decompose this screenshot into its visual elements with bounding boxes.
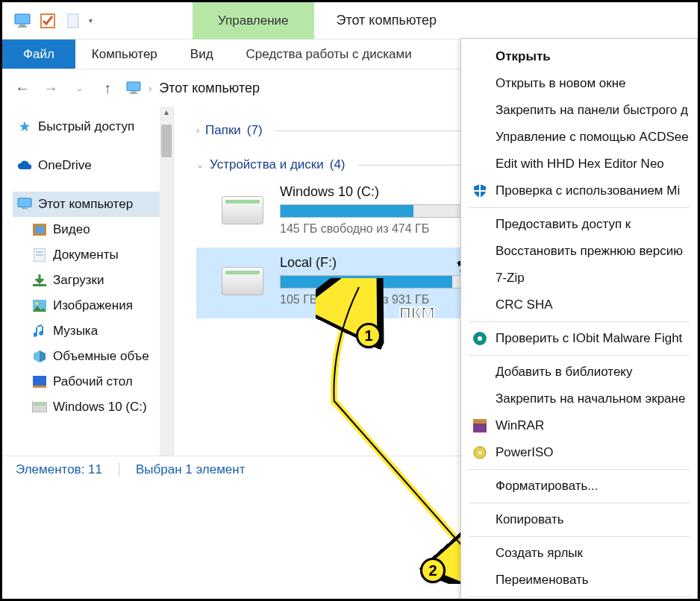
ctx-acdsee[interactable]: Управление с помощью ACDSee: [461, 124, 697, 151]
annotation-pkm-label: ПКМ: [399, 303, 435, 323]
svg-rect-18: [33, 376, 46, 386]
nav-this-pc[interactable]: Этот компьютер: [13, 192, 173, 217]
ctx-copy[interactable]: Копировать: [461, 506, 697, 533]
tab-view[interactable]: Вид: [174, 40, 230, 69]
svg-rect-9: [22, 208, 27, 210]
nav-label: OneDrive: [38, 158, 92, 173]
nav-recent-icon[interactable]: ⌄: [69, 78, 89, 98]
svg-rect-7: [130, 92, 138, 94]
drive-icon: [222, 267, 263, 295]
nav-label: Загрузки: [53, 273, 104, 288]
nav-scrollbar[interactable]: ▲: [160, 107, 173, 465]
scroll-thumb[interactable]: [161, 125, 172, 157]
drive-name: Local (F:): [280, 255, 474, 271]
svg-rect-11: [35, 226, 44, 233]
context-menu: Открыть Открыть в новом окне Закрепить н…: [460, 38, 698, 601]
nav-label: Документы: [53, 248, 119, 262]
nav-downloads[interactable]: Загрузки: [13, 268, 173, 293]
ctx-label: Проверить с IObit Malware Fight: [496, 331, 682, 346]
nav-forward-icon[interactable]: →: [41, 78, 60, 98]
ctx-share[interactable]: Предоставить доступ к: [461, 211, 697, 238]
ctx-separator: [469, 355, 690, 356]
ctx-label: PowerISO: [496, 445, 553, 460]
breadcrumb[interactable]: › Этот компьютер: [126, 81, 260, 96]
ctx-hex-editor[interactable]: Edit with HHD Hex Editor Neo: [461, 151, 697, 177]
drive-icon: [222, 196, 263, 224]
svg-rect-19: [33, 386, 46, 388]
quick-access-toolbar: ▾: [2, 11, 103, 31]
ctx-7zip[interactable]: 7-Zip: [461, 265, 697, 292]
drive-free-text: 145 ГБ свободно из 474 ГБ: [280, 222, 474, 236]
monitor-icon[interactable]: [13, 11, 32, 31]
ctx-label: Создать ярлык: [496, 546, 583, 561]
svg-point-29: [478, 451, 481, 454]
tab-computer[interactable]: Компьютер: [75, 40, 174, 69]
nav-drive-c[interactable]: Windows 10 (C:): [13, 394, 173, 420]
chevron-right-icon: ›: [196, 125, 199, 136]
document-icon[interactable]: [63, 11, 83, 31]
ctx-iobit-scan[interactable]: Проверить с IObit Malware Fight: [461, 325, 697, 352]
ctx-separator: [469, 207, 690, 208]
ctx-label: Закрепить на панели быстрого д: [496, 103, 688, 118]
nav-up-icon[interactable]: ↑: [98, 78, 117, 98]
ctx-open-new-window[interactable]: Открыть в новом окне: [461, 70, 697, 97]
ctx-label: 7-Zip: [496, 271, 525, 286]
title-bar: ▾ Управление Этот компьютер: [2, 2, 698, 40]
status-selected: Выбран 1 элемент: [136, 462, 245, 477]
ctx-label: CRC SHA: [496, 298, 553, 312]
ctx-poweriso[interactable]: PowerISO: [461, 439, 697, 466]
qat-overflow-icon[interactable]: ▾: [89, 16, 93, 25]
ctx-create-shortcut[interactable]: Создать ярлык: [461, 540, 697, 567]
drive-name: Windows 10 (C:): [280, 184, 474, 200]
nav-desktop[interactable]: Рабочий стол: [13, 369, 173, 394]
nav-documents[interactable]: Документы: [13, 242, 173, 268]
monitor-icon: [126, 81, 141, 95]
navigation-pane: Быстрый доступ OneDrive Этот компьютер В…: [2, 107, 174, 465]
ctx-defender-scan[interactable]: Проверка с использованием Mi: [461, 177, 697, 204]
ctx-separator: [469, 536, 690, 537]
nav-onedrive[interactable]: OneDrive: [13, 153, 173, 178]
svg-rect-2: [18, 26, 27, 28]
nav-3d-objects[interactable]: Объемные объе: [13, 344, 173, 369]
nav-label: Объемные объе: [53, 349, 149, 364]
ctx-winrar[interactable]: WinRAR: [461, 412, 697, 439]
marker-label: 2: [428, 562, 437, 579]
iobit-icon: [472, 330, 488, 347]
nav-back-icon[interactable]: ←: [13, 78, 32, 98]
ctx-separator: [469, 469, 690, 470]
ctx-label: Переименовать: [496, 573, 589, 588]
nav-video[interactable]: Видео: [13, 217, 173, 242]
ctx-add-library[interactable]: Добавить в библиотеку: [461, 359, 697, 386]
ctx-pin-quick-access[interactable]: Закрепить на панели быстрого д: [461, 97, 697, 124]
tab-drive-tools[interactable]: Средства работы с дисками: [230, 40, 428, 69]
ctx-open[interactable]: Открыть: [461, 43, 697, 70]
ctx-label: Предоставить доступ к: [496, 217, 631, 232]
shield-icon: [472, 183, 488, 199]
nav-label: Видео: [53, 222, 90, 237]
ctx-rename[interactable]: Переименовать: [461, 567, 697, 594]
nav-music[interactable]: Музыка: [13, 318, 173, 344]
ctx-separator: [469, 503, 690, 503]
ctx-crc-sha[interactable]: CRC SHA: [461, 292, 697, 318]
status-item-count: Элементов: 11: [16, 462, 102, 477]
nav-quick-access[interactable]: Быстрый доступ: [13, 114, 173, 139]
ctx-format[interactable]: Форматировать...: [461, 473, 697, 500]
ribbon-context-manage[interactable]: Управление: [193, 2, 314, 40]
svg-rect-26: [473, 422, 487, 432]
ctx-restore-version[interactable]: Восстановить прежнюю версию: [461, 238, 697, 265]
ctx-pin-start[interactable]: Закрепить на начальном экране: [461, 386, 697, 412]
ctx-label: Открыть: [496, 49, 551, 64]
nav-pictures[interactable]: Изображения: [13, 293, 173, 318]
svg-rect-0: [15, 14, 30, 24]
checkbox-icon[interactable]: [38, 11, 57, 31]
nav-label: Изображения: [53, 298, 133, 313]
scroll-up-icon[interactable]: ▲: [163, 108, 170, 116]
ctx-label: Проверка с использованием Mi: [496, 183, 680, 198]
tab-file[interactable]: Файл: [2, 40, 75, 69]
drive-usage-bar: [280, 204, 474, 218]
ctx-separator: [469, 321, 690, 322]
nav-label: Windows 10 (C:): [53, 400, 147, 415]
breadcrumb-root[interactable]: Этот компьютер: [159, 81, 260, 96]
ctx-label: Добавить в библиотеку: [496, 365, 633, 380]
chevron-right-icon[interactable]: ›: [149, 83, 151, 94]
